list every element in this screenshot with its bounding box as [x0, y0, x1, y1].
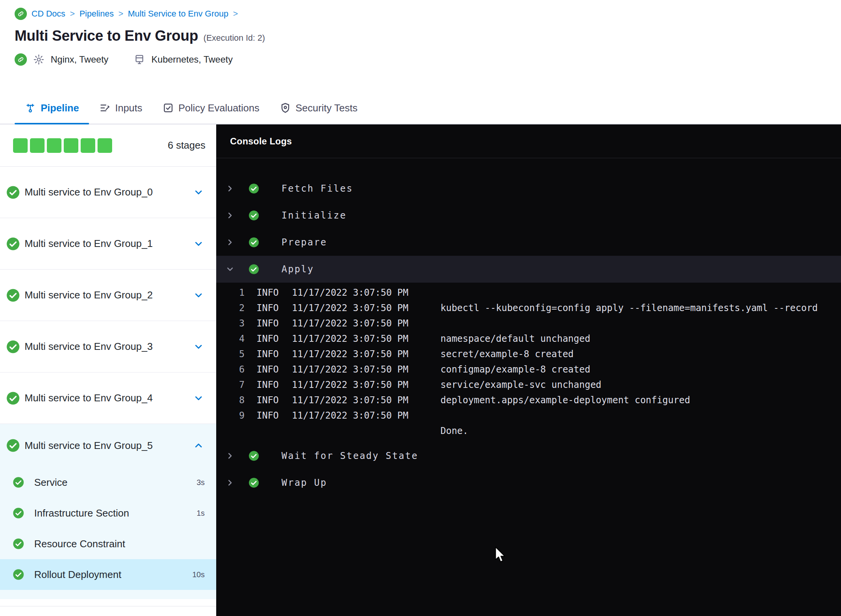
chevron-down-icon[interactable] [193, 290, 204, 301]
chevron-right-icon[interactable] [225, 238, 235, 247]
log-message: namespace/default unchanged [440, 333, 841, 344]
chevron-down-icon[interactable] [225, 265, 235, 274]
stage-row-3[interactable]: Multi service to Env Group_3 [0, 321, 216, 373]
tab-security-tests[interactable]: Security Tests [270, 92, 368, 124]
console-step-initialize[interactable]: Initialize [216, 202, 841, 229]
log-timestamp: 11/17/2022 3:07:50 PM [292, 395, 440, 406]
stage-status-squares [13, 138, 112, 153]
chevron-down-icon[interactable] [193, 341, 204, 352]
breadcrumb-pipelines[interactable]: Pipelines [79, 9, 114, 19]
success-check-icon [248, 264, 259, 275]
console-step-prepare[interactable]: Prepare [216, 229, 841, 256]
success-check-icon [13, 477, 24, 488]
title-row: Multi Service to Env Group (Execution Id… [15, 28, 841, 44]
log-message: service/example-svc unchanged [440, 379, 841, 390]
sidebar-tail [0, 599, 216, 616]
stage-status-square [47, 138, 61, 153]
stage-status-square [30, 138, 45, 153]
breadcrumb-cd-docs[interactable]: CD Docs [31, 9, 65, 19]
environments-label: Kubernetes, Tweety [151, 54, 233, 65]
stage-label: Multi service to Env Group_4 [25, 392, 153, 404]
log-block: 1 INFO 11/17/2022 3:07:50 PM 2 INFO 11/1… [216, 283, 841, 442]
step-row-service[interactable]: Service 3s [0, 467, 216, 498]
stage-status-square [81, 138, 95, 153]
stage-row-5[interactable]: Multi service to Env Group_5 [0, 424, 216, 467]
log-timestamp: 11/17/2022 3:07:50 PM [292, 303, 440, 313]
log-level: INFO [245, 395, 292, 406]
console-step-label: Prepare [281, 237, 327, 248]
tab-pipeline[interactable]: Pipeline [15, 92, 89, 124]
execution-id: (Execution Id: 2) [204, 33, 265, 43]
log-line: 7 INFO 11/17/2022 3:07:50 PM service/exa… [216, 377, 841, 392]
log-message: kubectl --kubeconfig=config apply --file… [440, 303, 841, 313]
chevron-up-icon[interactable] [193, 440, 204, 451]
console-step-fetch-files[interactable]: Fetch Files [216, 175, 841, 202]
stage-label: Multi service to Env Group_1 [25, 238, 153, 250]
link-badge-icon [15, 53, 27, 66]
stage-label: Multi service to Env Group_2 [25, 289, 153, 301]
step-label: Resource Constraint [34, 538, 125, 550]
mouse-cursor [493, 546, 507, 563]
tab-policy-evaluations[interactable]: Policy Evaluations [152, 92, 270, 124]
log-message: deployment.apps/example-deployment confi… [440, 395, 841, 406]
chevron-down-icon[interactable] [193, 187, 204, 198]
log-timestamp: 11/17/2022 3:07:50 PM [292, 410, 440, 421]
stages-sidebar: 6 stages Multi service to Env Group_0 Mu… [0, 124, 216, 616]
chevron-down-icon[interactable] [193, 393, 204, 404]
step-duration: 1s [197, 509, 205, 518]
breadcrumb-separator: > [118, 9, 123, 19]
log-level: INFO [245, 318, 292, 329]
shield-icon [280, 102, 291, 114]
step-label: Rollout Deployment [34, 569, 121, 581]
console-title: Console Logs [230, 136, 292, 147]
chevron-down-icon[interactable] [193, 238, 204, 249]
chevron-right-icon[interactable] [225, 478, 235, 487]
success-check-icon [6, 391, 20, 405]
stage-status-square [13, 138, 28, 153]
success-check-icon [6, 185, 20, 199]
log-timestamp: 11/17/2022 3:07:50 PM [292, 318, 440, 329]
breadcrumb-separator: > [233, 9, 238, 19]
console-step-label: Apply [281, 264, 314, 275]
console-step-wait-for-steady-state[interactable]: Wait for Steady State [216, 442, 841, 469]
log-level: INFO [245, 303, 292, 313]
tab-label: Pipeline [41, 102, 79, 114]
log-message: configmap/example-8 created [440, 364, 841, 375]
step-duration: 3s [197, 478, 205, 487]
step-row-infrastructure[interactable]: Infrastructure Section 1s [0, 498, 216, 528]
log-level: INFO [245, 349, 292, 359]
stage-label: Multi service to Env Group_0 [25, 186, 153, 198]
step-row-resource-constraint[interactable]: Resource Constraint [0, 528, 216, 559]
tab-label: Policy Evaluations [179, 102, 260, 114]
stage-row-4[interactable]: Multi service to Env Group_4 [0, 373, 216, 424]
stage-row-1[interactable]: Multi service to Env Group_1 [0, 218, 216, 270]
chevron-right-icon[interactable] [225, 211, 235, 220]
console-step-apply[interactable]: Apply [216, 256, 841, 283]
chevron-right-icon[interactable] [225, 451, 235, 460]
success-check-icon [6, 439, 20, 452]
header: CD Docs > Pipelines > Multi Service to E… [0, 0, 841, 92]
tab-inputs[interactable]: Inputs [89, 92, 152, 124]
console-step-wrap-up[interactable]: Wrap Up [216, 469, 841, 496]
breadcrumb-pipeline-name[interactable]: Multi Service to Env Group [128, 9, 228, 19]
stages-summary: 6 stages [0, 124, 216, 167]
log-line: 4 INFO 11/17/2022 3:07:50 PM namespace/d… [216, 331, 841, 346]
console-body: Fetch Files Initialize Prepare Apply [216, 158, 841, 496]
log-line: 5 INFO 11/17/2022 3:07:50 PM secret/exam… [216, 346, 841, 362]
success-check-icon [248, 237, 259, 248]
console-panel: Console Logs Fetch Files Initialize Prep… [216, 124, 841, 616]
tabbar: Pipeline Inputs Policy Evaluations Secur… [0, 92, 841, 124]
stage-label: Multi service to Env Group_5 [25, 440, 153, 452]
step-row-rollout-deployment[interactable]: Rollout Deployment 10s [0, 559, 216, 590]
log-line: 9 INFO 11/17/2022 3:07:50 PM [216, 408, 841, 423]
chevron-right-icon[interactable] [225, 184, 235, 193]
log-line: 3 INFO 11/17/2022 3:07:50 PM [216, 316, 841, 331]
stage-row-2[interactable]: Multi service to Env Group_2 [0, 270, 216, 321]
divider [0, 606, 216, 616]
stage-expanded-section: Multi service to Env Group_5 Service 3s … [0, 424, 216, 599]
breadcrumb: CD Docs > Pipelines > Multi Service to E… [15, 0, 841, 21]
stage-row-0[interactable]: Multi service to Env Group_0 [0, 167, 216, 218]
success-check-icon [13, 507, 24, 519]
breadcrumb-separator: > [70, 9, 75, 19]
log-level: INFO [245, 333, 292, 344]
